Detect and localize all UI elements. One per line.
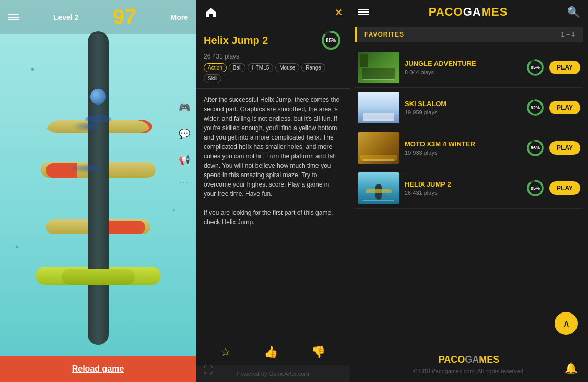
game-item-moto[interactable]: MOTO X3M 4 WINTER 10 933 plays 86% PLAY — [355, 128, 583, 168]
game-description: After the successful Helix Jump, there c… — [196, 89, 350, 339]
game-info-block: Helix Jump 2 85% 26 431 plays Action Bal… — [196, 25, 350, 89]
gamepad-icon[interactable]: 🎮 — [176, 99, 193, 116]
game-actions-ski: 92% PLAY — [525, 98, 580, 118]
thumbs-up-icon[interactable]: 👍 — [264, 345, 278, 359]
scroll-top-button[interactable]: ∧ — [555, 312, 578, 335]
game-thumb-ski — [358, 92, 399, 123]
game-thumb-jungle — [358, 52, 399, 83]
game-info-panel: × Helix Jump 2 85% 26 431 plays Action B… — [196, 0, 350, 382]
action-bar: ☆ 👍 👎 — [196, 339, 350, 365]
progress-circle: 85% — [320, 29, 342, 51]
game-actions-jungle: 85% PLAY — [525, 57, 580, 77]
level-display: Level 2 — [54, 13, 78, 21]
tags-container: Action Ball HTML5 Mouse Range Skill — [204, 63, 342, 83]
mini-pct-jungle: 85% — [531, 65, 540, 70]
dot — [31, 68, 34, 71]
plays-count: 26 431 plays — [204, 53, 342, 60]
favorites-header: FAVORITES 1 – 4 — [355, 27, 583, 42]
site-logo: PACOGAMES — [429, 5, 508, 19]
game-list: JUNGLE ADVENTURE 8 044 plays 85% PLAY — [350, 45, 588, 346]
chevron-up-icon: ∧ — [562, 317, 570, 330]
game-item-helix[interactable]: HELIX JUMP 2 26 431 plays 85% PLAY — [355, 168, 583, 209]
helix-jump-link[interactable]: Helix Jump — [222, 218, 253, 226]
mini-pct-ski: 92% — [531, 105, 540, 110]
game-plays-ski: 19 959 plays — [405, 109, 520, 115]
game-ball — [90, 89, 106, 105]
game-meta-moto: MOTO X3M 4 WINTER 10 933 plays — [405, 140, 520, 156]
game-thumb-helix — [358, 172, 399, 204]
right-footer: PACOGAMES ©2018 Pacogames.com. All right… — [350, 346, 588, 382]
desc-paragraph-1: After the successful Helix Jump, there c… — [204, 95, 342, 199]
game-thumb-moto — [358, 132, 399, 164]
dot — [16, 246, 18, 248]
platform-3-red — [109, 221, 145, 234]
right-header: PACOGAMES 🔍 — [350, 0, 588, 24]
page-count: 1 – 4 — [561, 31, 575, 38]
game-tower — [88, 31, 109, 345]
reload-label: Reload game — [72, 364, 124, 374]
tag-ball[interactable]: Ball — [229, 63, 246, 72]
megaphone-icon[interactable]: 📢 — [176, 152, 193, 168]
tag-html5[interactable]: HTML5 — [248, 63, 273, 72]
mini-progress-helix: 85% — [525, 178, 545, 198]
game-plays-moto: 10 933 plays — [405, 149, 520, 156]
dot — [173, 209, 175, 211]
ball-shadow — [85, 115, 111, 123]
mid-footer: Powered by GameArter.com — [196, 365, 350, 382]
game-area — [0, 0, 196, 356]
game-meta-ski: SKI SLALOM 19 959 plays — [405, 100, 520, 115]
game-meta-helix: HELIX JUMP 2 26 431 plays — [405, 180, 520, 196]
desc-paragraph-2: If you are looking for the first part of… — [204, 208, 342, 227]
splat-1 — [72, 121, 103, 132]
right-menu-button[interactable] — [358, 9, 369, 15]
close-button[interactable]: × — [335, 6, 342, 19]
mini-pct-helix: 85% — [531, 186, 540, 191]
game-item-jungle[interactable]: JUNGLE ADVENTURE 8 044 plays 85% PLAY — [355, 48, 583, 88]
game-actions-moto: 86% PLAY — [525, 138, 580, 158]
game-name-jungle: JUNGLE ADVENTURE — [405, 60, 520, 67]
platform-4-dark — [62, 269, 135, 285]
tag-mouse[interactable]: Mouse — [275, 63, 299, 72]
game-item-ski[interactable]: SKI SLALOM 19 959 plays 92% PLAY — [355, 88, 583, 128]
play-button-ski[interactable]: PLAY — [549, 101, 580, 114]
reload-button[interactable]: Reload game — [0, 356, 196, 382]
more-button[interactable]: More — [171, 13, 188, 21]
chat-icon[interactable]: 💬 — [176, 125, 193, 142]
mini-pct-moto: 86% — [531, 145, 540, 151]
fullscreen-icon[interactable]: ⛶ — [204, 365, 213, 376]
favorites-label: FAVORITES — [364, 31, 404, 38]
tag-skill[interactable]: Skill — [204, 74, 221, 83]
mini-progress-jungle: 85% — [525, 57, 545, 77]
notification-icon[interactable]: 🔔 — [565, 362, 578, 374]
mini-progress-moto: 86% — [525, 138, 545, 158]
play-button-moto[interactable]: PLAY — [549, 141, 580, 155]
favorite-icon[interactable]: ☆ — [220, 345, 231, 359]
splat-2 — [67, 163, 109, 173]
game-plays-jungle: 8 044 plays — [405, 69, 520, 75]
game-name-helix: HELIX JUMP 2 — [405, 180, 520, 188]
footer-copyright: ©2018 Pacogames.com. All rights reserved… — [358, 368, 580, 374]
side-icons: 🎮 💬 📢 ··· — [176, 99, 193, 187]
footer-logo: PACOGAMES — [358, 354, 580, 365]
game-name-moto: MOTO X3M 4 WINTER — [405, 140, 520, 148]
play-button-helix[interactable]: PLAY — [549, 181, 580, 195]
home-button[interactable] — [204, 5, 218, 20]
thumbs-down-icon[interactable]: 👎 — [311, 345, 325, 359]
play-button-jungle[interactable]: PLAY — [549, 61, 580, 74]
game-header: Level 2 97 More — [0, 0, 196, 34]
more-options-icon[interactable]: ··· — [179, 178, 189, 187]
tag-action[interactable]: Action — [204, 63, 227, 72]
favorites-panel: PACOGAMES 🔍 FAVORITES 1 – 4 JUNGLE ADVEN… — [350, 0, 588, 382]
menu-button[interactable] — [8, 14, 19, 20]
search-button[interactable]: 🔍 — [567, 6, 580, 18]
game-meta-jungle: JUNGLE ADVENTURE 8 044 plays — [405, 60, 520, 75]
mid-header: × — [196, 0, 350, 25]
score-display: 97 — [113, 5, 136, 29]
game-title: Helix Jump 2 — [204, 34, 268, 47]
game-plays-helix: 26 431 plays — [405, 190, 520, 196]
game-panel: Level 2 97 More Reload game — [0, 0, 196, 382]
mini-progress-ski: 92% — [525, 98, 545, 118]
game-actions-helix: 85% PLAY — [525, 178, 580, 198]
tag-range[interactable]: Range — [301, 63, 325, 72]
powered-label: Powered by GameArter.com — [237, 371, 309, 377]
